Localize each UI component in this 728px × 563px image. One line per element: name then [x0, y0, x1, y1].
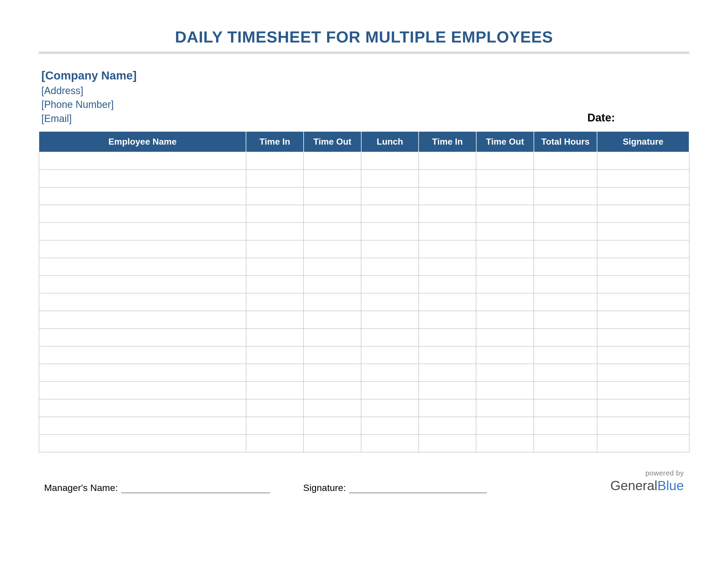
table-cell[interactable] [304, 382, 361, 399]
table-cell[interactable] [304, 399, 361, 417]
company-phone[interactable]: [Phone Number] [41, 98, 137, 111]
company-name[interactable]: [Company Name] [41, 68, 137, 84]
table-cell[interactable] [39, 223, 246, 240]
table-cell[interactable] [597, 205, 689, 223]
table-cell[interactable] [304, 205, 361, 223]
table-cell[interactable] [419, 417, 476, 435]
table-cell[interactable] [246, 382, 304, 399]
table-cell[interactable] [419, 329, 476, 346]
table-cell[interactable] [476, 152, 534, 170]
table-cell[interactable] [419, 258, 476, 276]
table-cell[interactable] [419, 187, 476, 205]
table-cell[interactable] [419, 223, 476, 240]
manager-name-line[interactable] [121, 482, 270, 493]
table-cell[interactable] [534, 294, 597, 311]
table-cell[interactable] [304, 223, 361, 240]
table-cell[interactable] [361, 435, 419, 452]
table-cell[interactable] [476, 329, 534, 346]
table-cell[interactable] [39, 311, 246, 329]
table-cell[interactable] [304, 435, 361, 452]
table-cell[interactable] [304, 187, 361, 205]
table-cell[interactable] [246, 170, 304, 187]
table-cell[interactable] [246, 258, 304, 276]
table-cell[interactable] [246, 311, 304, 329]
table-cell[interactable] [419, 364, 476, 382]
table-cell[interactable] [39, 294, 246, 311]
signature-field[interactable]: Signature: [303, 482, 487, 493]
table-cell[interactable] [534, 329, 597, 346]
table-cell[interactable] [39, 240, 246, 258]
table-cell[interactable] [419, 152, 476, 170]
table-cell[interactable] [534, 399, 597, 417]
table-cell[interactable] [597, 435, 689, 452]
table-cell[interactable] [39, 187, 246, 205]
table-cell[interactable] [476, 187, 534, 205]
table-cell[interactable] [361, 329, 419, 346]
table-cell[interactable] [246, 364, 304, 382]
table-cell[interactable] [476, 294, 534, 311]
table-cell[interactable] [476, 382, 534, 399]
table-cell[interactable] [304, 170, 361, 187]
table-cell[interactable] [597, 399, 689, 417]
table-cell[interactable] [476, 205, 534, 223]
table-cell[interactable] [246, 152, 304, 170]
table-cell[interactable] [419, 399, 476, 417]
table-cell[interactable] [39, 346, 246, 364]
table-cell[interactable] [304, 417, 361, 435]
table-cell[interactable] [246, 435, 304, 452]
table-cell[interactable] [246, 417, 304, 435]
table-cell[interactable] [476, 258, 534, 276]
table-cell[interactable] [304, 329, 361, 346]
table-cell[interactable] [597, 187, 689, 205]
table-cell[interactable] [304, 240, 361, 258]
table-cell[interactable] [597, 294, 689, 311]
table-cell[interactable] [361, 170, 419, 187]
table-cell[interactable] [534, 346, 597, 364]
table-cell[interactable] [361, 417, 419, 435]
table-cell[interactable] [246, 223, 304, 240]
table-cell[interactable] [534, 435, 597, 452]
table-cell[interactable] [534, 205, 597, 223]
table-cell[interactable] [419, 435, 476, 452]
table-cell[interactable] [39, 382, 246, 399]
table-cell[interactable] [597, 364, 689, 382]
table-cell[interactable] [246, 187, 304, 205]
table-cell[interactable] [597, 329, 689, 346]
table-cell[interactable] [39, 152, 246, 170]
table-cell[interactable] [534, 187, 597, 205]
table-cell[interactable] [361, 276, 419, 294]
table-cell[interactable] [476, 223, 534, 240]
table-cell[interactable] [361, 294, 419, 311]
table-cell[interactable] [304, 294, 361, 311]
signature-line[interactable] [349, 482, 487, 493]
table-cell[interactable] [246, 329, 304, 346]
table-cell[interactable] [419, 240, 476, 258]
table-cell[interactable] [476, 364, 534, 382]
table-cell[interactable] [246, 346, 304, 364]
manager-name-field[interactable]: Manager's Name: [44, 482, 270, 493]
table-cell[interactable] [361, 152, 419, 170]
table-cell[interactable] [534, 311, 597, 329]
table-cell[interactable] [361, 205, 419, 223]
company-address[interactable]: [Address] [41, 84, 137, 98]
table-cell[interactable] [246, 399, 304, 417]
table-cell[interactable] [39, 258, 246, 276]
table-cell[interactable] [597, 276, 689, 294]
table-cell[interactable] [39, 329, 246, 346]
table-cell[interactable] [534, 417, 597, 435]
table-cell[interactable] [476, 240, 534, 258]
table-cell[interactable] [419, 382, 476, 399]
table-cell[interactable] [419, 170, 476, 187]
table-cell[interactable] [419, 294, 476, 311]
table-cell[interactable] [534, 170, 597, 187]
table-cell[interactable] [361, 364, 419, 382]
table-cell[interactable] [361, 258, 419, 276]
table-cell[interactable] [39, 364, 246, 382]
table-cell[interactable] [597, 170, 689, 187]
table-cell[interactable] [476, 276, 534, 294]
table-cell[interactable] [361, 346, 419, 364]
table-cell[interactable] [534, 364, 597, 382]
table-cell[interactable] [304, 152, 361, 170]
table-cell[interactable] [39, 205, 246, 223]
table-cell[interactable] [476, 170, 534, 187]
